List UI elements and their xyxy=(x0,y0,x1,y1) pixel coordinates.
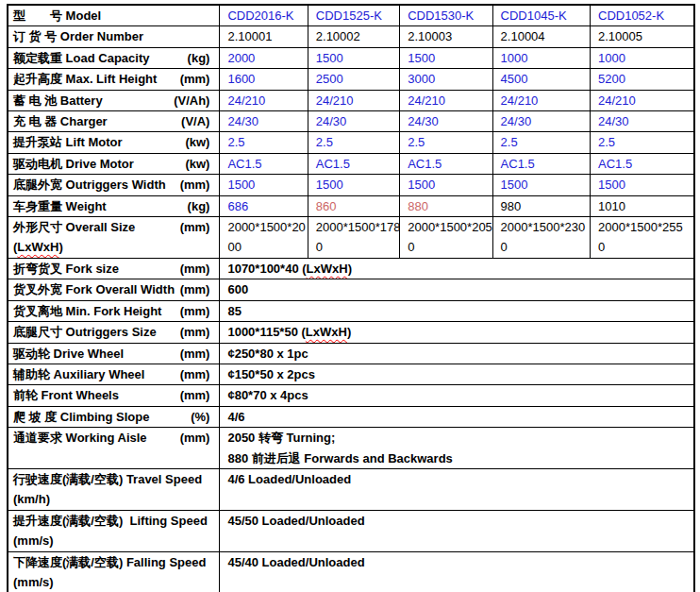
cell-travel-speed: 4/6 Loaded/Unloaded xyxy=(220,468,694,510)
row-unit: (mm) xyxy=(180,69,210,89)
cell-battery-2: 24/210 xyxy=(400,90,492,110)
cell-working-aisle: 2050 转弯 Turning; 880 前进后退 Forwards and B… xyxy=(220,428,694,469)
cell-weight-4: 1010 xyxy=(591,195,695,216)
row-label-working-aisle: 通道要求 Working Aisle(mm) xyxy=(8,428,220,469)
cell-drive-motor-2: AC1.5 xyxy=(400,153,492,174)
cell-weight-0: 686 xyxy=(220,195,308,216)
row-label-auxiliary-wheel: 辅助轮 Auxiliary Wheel(mm) xyxy=(8,364,220,384)
cell-text: 2000*1500*20 00 xyxy=(227,220,305,254)
row-label-text: 下降速度(满载/空载) Falling Speed (mm/s) xyxy=(13,552,206,592)
row-unit: (mm) xyxy=(180,259,210,279)
table-row-front-wheels: 前轮 Front Wheels(mm)¢80*70 x 4pcs xyxy=(8,385,694,406)
cell-text: 2000 xyxy=(227,51,255,65)
cell-order-number-0: 2.10001 xyxy=(220,26,308,47)
cell-load-capacity-1: 1500 xyxy=(308,47,399,68)
cell-outriggers-width-4: 1500 xyxy=(591,175,695,195)
row-label-text: 充 电 器 Charger xyxy=(13,111,108,131)
table-row-falling-speed: 下降速度(满载/空载) Falling Speed (mm/s)45/40 Lo… xyxy=(8,551,694,592)
cell-text: AC1.5 xyxy=(227,157,261,171)
spellcheck-wavy-text: LxWxH xyxy=(17,240,58,254)
row-unit: (kg) xyxy=(188,196,210,216)
cell-overall-size-3: 2000*1500*230 0 xyxy=(492,217,590,259)
table-row-outriggers-width: 底腿外宽 Outriggers Width(mm)150015001500150… xyxy=(8,175,694,195)
cell-text: 1500 xyxy=(316,51,343,65)
row-label-max-lift-height: 起升高度 Max. Lift Height(mm) xyxy=(8,69,220,90)
row-label-text: 前轮 Front Wheels xyxy=(13,385,119,405)
label-part: 底腿尺寸 Outriggers Size xyxy=(13,325,157,339)
cell-battery-0: 24/210 xyxy=(220,90,308,110)
row-label-inner: 驱动轮 Drive Wheel(mm) xyxy=(8,344,219,364)
cell-overall-size-4: 2000*1500*255 0 xyxy=(591,217,695,259)
table-row-model: 型 号 ModelCDD2016-KCDD1525-KCDD1530-KCDD1… xyxy=(8,5,694,26)
row-label-text: 通道要求 Working Aisle xyxy=(13,428,147,448)
cell-text: 45/40 Loaded/Unloaded xyxy=(227,555,364,569)
row-label-inner: 底腿外宽 Outriggers Width(mm) xyxy=(8,175,219,195)
label-part: 充 电 器 Charger xyxy=(13,114,108,128)
cell-load-capacity-4: 1000 xyxy=(591,47,695,68)
page: { "colors": { "blue": "#2121d6", "pink":… xyxy=(0,0,700,592)
cell-text: ) xyxy=(348,262,352,276)
cell-text: 4/6 xyxy=(227,410,244,424)
cell-text: AC1.5 xyxy=(316,157,350,171)
table-row-overall-size: 外形尺寸 Overall Size (LxWxH)(mm)2000*1500*2… xyxy=(8,217,694,259)
table-row-fork-size: 折弯货叉 Fork size(mm)1070*100*40 (LxWxH) xyxy=(8,258,694,279)
label-part: 起升高度 Max. Lift Height xyxy=(13,72,157,86)
cell-text: 2.5 xyxy=(501,135,518,149)
table-row-charger: 充 电 器 Charger(V/A)24/3024/3024/3024/3024… xyxy=(8,111,694,132)
cell-text: 1070*100*40 ( xyxy=(227,262,306,276)
row-label-inner: 折弯货叉 Fork size(mm) xyxy=(8,259,219,279)
label-part: 辅助轮 Auxiliary Wheel xyxy=(13,367,144,381)
cell-front-wheels: ¢80*70 x 4pcs xyxy=(220,385,694,406)
label-part: 驱动电机 Drive Motor xyxy=(13,157,134,171)
row-label-front-wheels: 前轮 Front Wheels(mm) xyxy=(8,385,220,406)
cell-max-lift-height-4: 5200 xyxy=(591,69,695,90)
cell-text: CDD1525-K xyxy=(316,8,382,23)
row-unit: (mm) xyxy=(180,364,210,384)
row-label-text: 型 号 Model xyxy=(13,6,101,25)
cell-auxiliary-wheel: ¢150*50 x 2pcs xyxy=(220,364,694,384)
cell-weight-2: 880 xyxy=(400,195,492,216)
row-label-outriggers-width: 底腿外宽 Outriggers Width(mm) xyxy=(8,175,220,195)
table-row-battery: 蓄 电 池 Battery(V/Ah)24/21024/21024/21024/… xyxy=(8,90,694,110)
cell-outriggers-width-1: 1500 xyxy=(308,175,399,195)
row-label-text: 货叉外宽 Fork Overall Width xyxy=(13,279,175,299)
cell-text: 2.5 xyxy=(227,135,244,149)
row-unit: (V/A) xyxy=(181,111,209,131)
row-label-inner: 行驶速度(满载/空载) Travel Speed (km/h) xyxy=(8,469,219,510)
cell-text: 24/30 xyxy=(227,114,258,128)
label-part: 车身重量 Weight xyxy=(13,199,107,213)
cell-battery-4: 24/210 xyxy=(591,90,695,110)
row-label-text: 行驶速度(满载/空载) Travel Speed (km/h) xyxy=(13,469,202,510)
row-label-text: 驱动轮 Drive Wheel xyxy=(13,344,124,364)
cell-text: 1500 xyxy=(227,178,255,192)
cell-falling-speed: 45/40 Loaded/Unloaded xyxy=(220,551,694,592)
cell-text: ¢80*70 x 4pcs xyxy=(227,388,308,402)
cell-fork-size: 1070*100*40 (LxWxH) xyxy=(220,258,694,279)
table-row-weight: 车身重量 Weight(kg)6868608809801010 xyxy=(8,195,694,216)
cell-lift-motor-3: 2.5 xyxy=(492,132,590,153)
row-label-battery: 蓄 电 池 Battery(V/Ah) xyxy=(8,90,220,110)
label-part: 行驶速度(满载/空载) Travel Speed (km/h) xyxy=(13,472,202,506)
cell-outriggers-size: 1000*115*50 (LxWxH) xyxy=(220,322,694,343)
cell-text: 2.5 xyxy=(316,135,333,149)
cell-model-3: CDD1045-K xyxy=(492,5,590,26)
cell-text: 2000*1500*255 0 xyxy=(598,220,683,254)
spec-document: 型 号 ModelCDD2016-KCDD1525-KCDD1530-KCDD1… xyxy=(0,0,700,592)
row-label-inner: 驱动电机 Drive Motor(kw) xyxy=(8,154,219,174)
cell-text: 24/210 xyxy=(501,93,539,108)
cell-text: ¢150*50 x 2pcs xyxy=(227,367,315,381)
cell-drive-motor-1: AC1.5 xyxy=(308,153,399,174)
cell-text: 686 xyxy=(227,199,248,213)
row-label-inner: 货叉离地 Min. Fork Height(mm) xyxy=(8,301,219,321)
row-label-inner: 通道要求 Working Aisle(mm) xyxy=(8,428,219,448)
cell-text: 2000*1500*230 0 xyxy=(501,220,586,254)
label-part: 爬 坡 度 Climbing Slope xyxy=(13,410,149,424)
cell-text: 24/210 xyxy=(316,93,354,108)
cell-battery-1: 24/210 xyxy=(308,90,399,110)
cell-text: 24/30 xyxy=(316,114,347,128)
row-label-drive-wheel: 驱动轮 Drive Wheel(mm) xyxy=(8,343,220,364)
row-label-inner: 车身重量 Weight(kg) xyxy=(8,196,219,216)
spellcheck-wavy-text: LxWxH xyxy=(306,325,347,339)
row-unit: (mm) xyxy=(180,385,210,405)
cell-outriggers-width-2: 1500 xyxy=(400,175,492,195)
